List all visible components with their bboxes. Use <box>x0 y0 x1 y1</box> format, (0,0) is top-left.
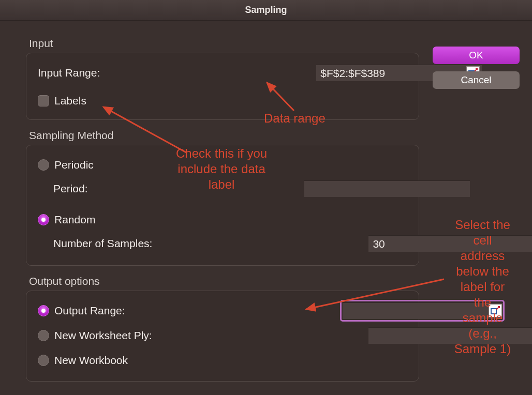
svg-rect-1 <box>491 309 496 314</box>
random-radio[interactable] <box>38 214 49 225</box>
samples-label: Number of Samples: <box>53 237 152 250</box>
method-panel: Periodic Period: Random Number of Sample… <box>26 145 419 266</box>
labels-checkbox-label: Labels <box>54 95 86 107</box>
periodic-radio[interactable] <box>38 159 49 171</box>
output-range-label: Output Range: <box>54 305 125 317</box>
dialog-body: Input Input Range: Labels Sampling Metho… <box>0 21 532 395</box>
periodic-radio-label: Periodic <box>54 159 94 171</box>
output-section-heading: Output options <box>29 275 419 287</box>
method-section-heading: Sampling Method <box>29 129 419 142</box>
dialog-titlebar: Sampling <box>0 0 532 21</box>
period-field[interactable] <box>304 180 470 197</box>
random-radio-label: Random <box>54 214 95 226</box>
labels-checkbox[interactable] <box>38 95 49 107</box>
output-range-field[interactable] <box>343 302 504 319</box>
dialog-title: Sampling <box>245 5 287 16</box>
output-panel: Output Range: New Worksheet Ply: New Wor… <box>26 291 419 382</box>
new-worksheet-radio[interactable] <box>38 330 49 341</box>
new-workbook-radio[interactable] <box>38 355 49 366</box>
output-range-radio[interactable] <box>38 305 49 316</box>
range-selector-icon[interactable] <box>489 304 502 317</box>
ok-button[interactable]: OK <box>433 47 520 64</box>
cancel-button[interactable]: Cancel <box>433 71 520 89</box>
input-panel: Input Range: Labels <box>26 53 419 120</box>
new-workbook-label: New Workbook <box>54 354 128 367</box>
input-section-heading: Input <box>29 37 419 50</box>
new-worksheet-field[interactable] <box>368 327 532 344</box>
input-range-label: Input Range: <box>38 67 100 79</box>
period-label: Period: <box>53 183 88 195</box>
samples-field[interactable] <box>368 235 532 252</box>
new-worksheet-label: New Worksheet Ply: <box>54 329 152 342</box>
